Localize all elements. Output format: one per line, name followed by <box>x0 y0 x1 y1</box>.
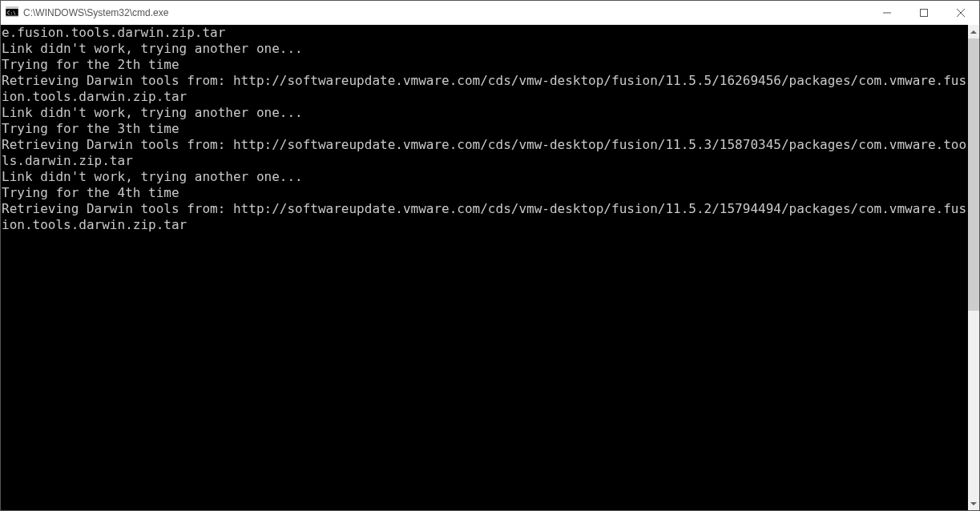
scroll-thumb[interactable] <box>968 38 979 311</box>
svg-rect-1 <box>6 6 18 9</box>
window-title: C:\WINDOWS\System32\cmd.exe <box>23 7 168 18</box>
svg-marker-8 <box>970 502 977 505</box>
vertical-scrollbar[interactable] <box>968 25 979 510</box>
svg-rect-4 <box>921 10 928 17</box>
svg-marker-7 <box>970 30 977 34</box>
scroll-down-button[interactable] <box>968 497 979 510</box>
terminal-output[interactable]: e.fusion.tools.darwin.zip.tar Link didn'… <box>1 25 968 510</box>
scroll-up-button[interactable] <box>968 25 979 38</box>
svg-text:C:\: C:\ <box>7 10 16 15</box>
titlebar[interactable]: C:\ C:\WINDOWS\System32\cmd.exe <box>1 1 979 25</box>
close-button[interactable] <box>942 1 979 25</box>
maximize-button[interactable] <box>905 1 942 25</box>
scroll-track[interactable] <box>968 38 979 497</box>
cmd-icon: C:\ <box>6 6 18 19</box>
content-wrap: e.fusion.tools.darwin.zip.tar Link didn'… <box>1 25 979 510</box>
minimize-button[interactable] <box>869 1 905 25</box>
